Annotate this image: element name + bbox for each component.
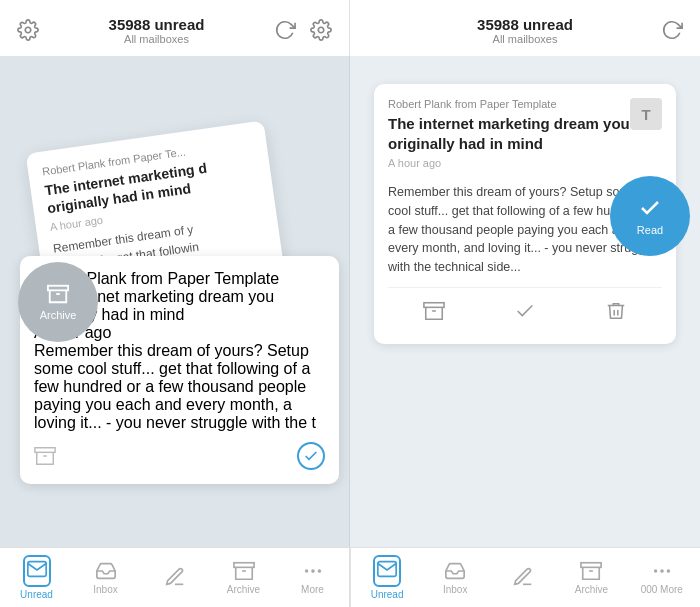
- settings-icon-left[interactable]: [14, 16, 42, 44]
- left-tab-archive[interactable]: Archive: [219, 556, 269, 599]
- right-tab-archive-label: Archive: [575, 584, 608, 595]
- left-tab-unread-label: Unread: [20, 589, 53, 600]
- svg-point-12: [305, 570, 307, 572]
- right-tab-archive[interactable]: Archive: [566, 556, 616, 599]
- front-preview: Remember this dream of yours? Setup some…: [34, 342, 325, 432]
- right-tab-unread-label: Unread: [371, 589, 404, 600]
- svg-rect-10: [233, 563, 253, 568]
- right-time: A hour ago: [388, 157, 630, 169]
- archive-action-circle[interactable]: Archive: [18, 262, 98, 342]
- refresh-icon-left[interactable]: [271, 16, 299, 44]
- read-action-circle[interactable]: Read: [610, 176, 690, 256]
- archive-button[interactable]: [411, 296, 457, 326]
- left-tab-archive-label: Archive: [227, 584, 260, 595]
- right-tab-more[interactable]: 000 More: [635, 556, 689, 599]
- refresh-icon-right[interactable]: [658, 16, 686, 44]
- archive-label: Archive: [40, 309, 77, 321]
- right-panel: Read Robert Plank from Paper Template Th…: [350, 56, 700, 547]
- tab-bars-row: Unread Inbox Archive: [0, 547, 700, 607]
- right-header-title: 35988 unread: [392, 16, 658, 33]
- right-header-subtitle: All mailboxes: [392, 33, 658, 45]
- right-tab-bar: Unread Inbox Archive: [350, 548, 700, 607]
- svg-point-1: [318, 27, 324, 33]
- left-header-title: 35988 unread: [42, 16, 271, 33]
- right-tab-edit[interactable]: [498, 562, 548, 594]
- gear-icon-left[interactable]: [307, 16, 335, 44]
- svg-point-13: [312, 570, 314, 572]
- read-button[interactable]: [502, 296, 548, 326]
- svg-point-17: [654, 570, 656, 572]
- svg-rect-6: [35, 448, 55, 453]
- right-subject: The internet marketing dream you origina…: [388, 114, 630, 153]
- right-tab-inbox-label: Inbox: [443, 584, 467, 595]
- left-tab-more-label: More: [301, 584, 324, 595]
- svg-rect-2: [48, 285, 68, 290]
- left-panel: Archive Robert Plank from Paper Te... Th…: [0, 56, 350, 547]
- right-sender: Robert Plank from Paper Template: [388, 98, 630, 110]
- left-tab-inbox[interactable]: Inbox: [81, 556, 131, 599]
- left-header-subtitle: All mailboxes: [42, 33, 271, 45]
- card-area-left: Archive Robert Plank from Paper Te... Th…: [0, 56, 349, 547]
- left-tab-more[interactable]: More: [288, 556, 338, 599]
- svg-point-19: [667, 570, 669, 572]
- left-tab-edit[interactable]: [150, 562, 200, 594]
- right-tab-more-label: 000 More: [641, 584, 683, 595]
- right-tab-unread[interactable]: Unread: [362, 551, 412, 604]
- right-tab-inbox[interactable]: Inbox: [430, 556, 480, 599]
- left-header-center: 35988 unread All mailboxes: [42, 16, 271, 45]
- svg-point-14: [318, 570, 320, 572]
- right-header-center: 35988 unread All mailboxes: [392, 16, 658, 45]
- trash-button[interactable]: [593, 296, 639, 326]
- read-label: Read: [637, 224, 663, 236]
- svg-rect-15: [581, 563, 601, 568]
- left-tab-unread[interactable]: Unread: [12, 551, 62, 604]
- svg-point-18: [661, 570, 663, 572]
- svg-rect-8: [424, 303, 444, 308]
- sender-avatar: T: [630, 98, 662, 130]
- svg-point-0: [25, 27, 31, 33]
- left-tab-inbox-label: Inbox: [93, 584, 117, 595]
- left-tab-bar: Unread Inbox Archive: [0, 548, 350, 607]
